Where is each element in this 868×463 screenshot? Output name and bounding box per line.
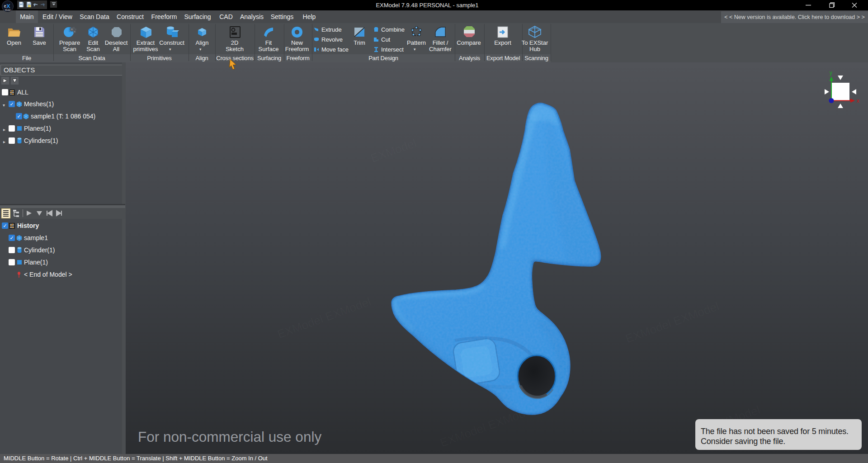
svg-text:y: y [830, 70, 832, 76]
svg-text:Model: Model [5, 9, 10, 11]
svg-text:x: x [857, 98, 859, 104]
